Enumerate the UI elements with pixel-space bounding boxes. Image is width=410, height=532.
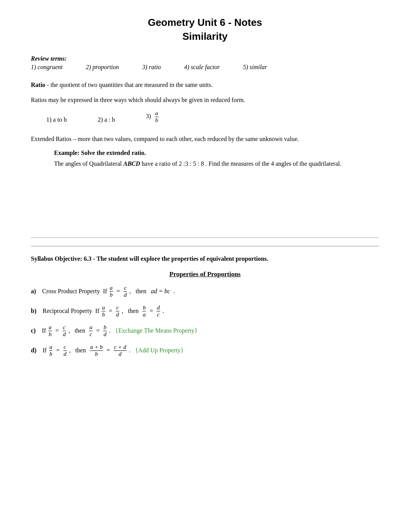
review-terms-label: Review terms: — [31, 55, 379, 62]
prop-b-then: then — [128, 306, 139, 317]
prop-d-frac4: c + d d — [114, 344, 127, 357]
example-text: The angles of Quadrilateral ABCD have a … — [54, 159, 379, 169]
prop-b-period: . — [163, 306, 164, 317]
ratio-definition: Ratio - the quotient of two quantities t… — [31, 80, 379, 90]
review-terms-list: 1) congruent 2) proportion 3) ratio 4) s… — [31, 64, 379, 71]
prop-b-frac4: d c — [156, 305, 160, 318]
prop-d-equals2: = — [107, 345, 110, 356]
property-b-label: b) — [31, 306, 36, 317]
prop-b-equals: = — [109, 306, 112, 317]
prop-c-equals: = — [56, 325, 59, 337]
example-block: Example: Solve the extended ratio. The a… — [54, 150, 379, 169]
extended-ratios-section: Extended Ratios – more than two values, … — [31, 134, 379, 168]
prop-a-result: ad = bc — [149, 286, 172, 297]
prop-b-frac2: c d — [116, 305, 120, 318]
ratio-ways: 1) a to b 2) a : b 3) a b — [46, 110, 379, 123]
ratio-definition-text: - the quotient of two quantities that ar… — [45, 82, 213, 88]
ratios-expressed-text: Ratios may be expressed in three ways wh… — [31, 95, 379, 105]
prop-c-frac2: c d — [63, 325, 66, 337]
term-1: 1) congruent — [31, 64, 63, 71]
example-label: Example: Solve the extended ratio. — [54, 150, 379, 156]
extended-ratios-text: Extended Ratios – more than two values, … — [31, 134, 379, 144]
prop-c-frac4: b d — [103, 325, 107, 337]
term-5: 5) similar — [243, 64, 267, 71]
property-a-label: a) — [31, 286, 36, 297]
property-a-name: Cross Product Property — [42, 286, 100, 297]
property-c: c) If a b = c d , then a c = b d . {Exch… — [31, 325, 379, 337]
section-divider — [31, 246, 379, 246]
property-b: b) Reciprocal Property If a b = c d , th… — [31, 305, 379, 318]
prop-b-equals2: = — [149, 306, 153, 317]
prop-a-frac1: a b — [109, 285, 113, 298]
ratio-way-1: 1) a to b — [46, 116, 67, 123]
syllabus-objective: Syllabus Objective: 6.3 - The student wi… — [31, 254, 379, 263]
term-2: 2) proportion — [86, 64, 119, 71]
prop-d-period: . — [129, 345, 130, 356]
property-c-if: If — [42, 325, 46, 337]
property-d: d) If a b = c d , then a + b b = c + d d… — [31, 344, 379, 357]
property-a-if: If — [103, 286, 107, 297]
prop-d-then: then — [75, 345, 86, 356]
ratio-way-3: 3) a b — [146, 110, 159, 123]
prop-c-annotation: {Exchange The Means Property} — [115, 325, 198, 337]
prop-d-frac2: c d — [63, 344, 67, 357]
prop-b-frac1: a b — [102, 305, 105, 318]
prop-c-frac1: a b — [48, 325, 52, 337]
ratio-word: Ratio — [31, 82, 45, 88]
prop-d-equals: = — [56, 345, 59, 356]
prop-b-frac3: b a — [142, 305, 146, 318]
prop-c-period: . — [109, 325, 111, 337]
prop-d-frac1: a b — [49, 344, 53, 357]
property-b-if: If — [95, 306, 100, 317]
prop-d-annotation: {Add Up Property} — [135, 345, 184, 356]
abcd-label: ABCD — [123, 160, 140, 167]
prop-d-comma: , — [69, 345, 71, 356]
prop-a-equals: = — [117, 286, 120, 297]
property-b-name: Reciprocal Property — [42, 306, 92, 317]
properties-title: Properties of Proportions — [31, 270, 379, 278]
prop-a-period: . — [173, 286, 175, 297]
property-a: a) Cross Product Property If a b = c d ,… — [31, 285, 379, 298]
term-4: 4) scale factor — [184, 64, 220, 71]
prop-a-then: then — [136, 286, 146, 297]
page-title: Geometry Unit 6 - Notes Similarity — [31, 15, 379, 44]
term-3: 3) ratio — [142, 64, 161, 71]
property-d-if: If — [42, 345, 47, 356]
ratio-way-2: 2) a : b — [98, 116, 115, 123]
prop-a-comma: , — [129, 286, 131, 297]
prop-c-equals2: = — [96, 325, 100, 337]
prop-d-frac3: a + b b — [90, 344, 103, 357]
prop-c-frac3: a c — [89, 325, 93, 337]
ratio-fraction: a b — [155, 110, 159, 123]
property-d-label: d) — [31, 345, 36, 356]
work-area — [31, 176, 379, 238]
prop-c-comma: , — [68, 325, 70, 337]
property-c-label: c) — [31, 325, 36, 337]
prop-b-comma: , — [122, 306, 123, 317]
prop-c-then: then — [75, 325, 85, 337]
prop-a-frac2: c d — [124, 285, 127, 298]
review-terms-section: Review terms: 1) congruent 2) proportion… — [31, 55, 379, 71]
